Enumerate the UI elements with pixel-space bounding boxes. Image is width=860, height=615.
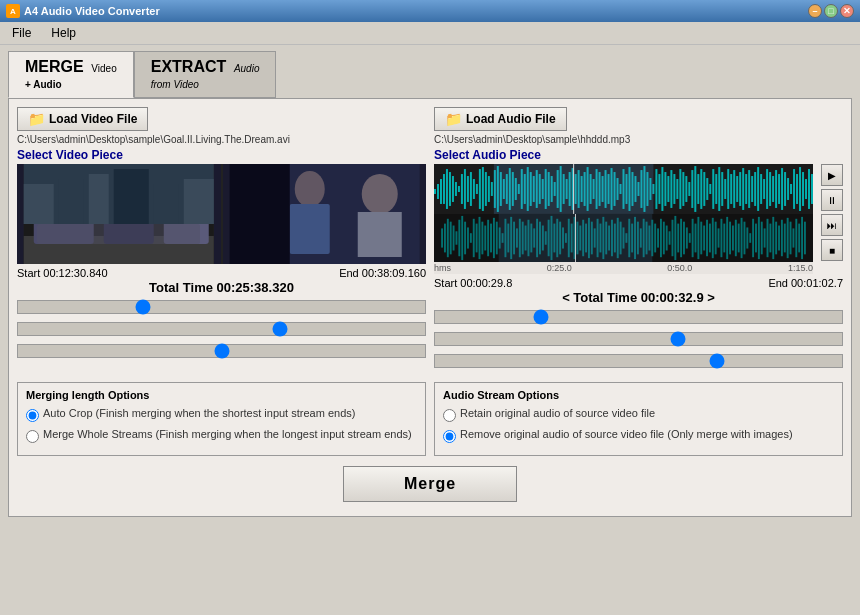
- audio-range-slider-1[interactable]: [434, 310, 843, 324]
- merging-radio-1[interactable]: [26, 409, 39, 422]
- svg-rect-102: [676, 179, 678, 199]
- video-scene-1-svg: [17, 164, 221, 264]
- audio-section: // We'll generate them inline in templat…: [434, 164, 843, 274]
- video-end-time: End 00:38:09.160: [339, 267, 426, 279]
- svg-rect-235: [686, 227, 688, 248]
- svg-rect-95: [655, 169, 657, 209]
- video-section-label: Select Video Piece: [17, 148, 426, 162]
- svg-rect-167: [490, 224, 492, 253]
- audio-slider-1[interactable]: [434, 308, 843, 327]
- menu-file[interactable]: File: [8, 24, 35, 42]
- svg-rect-164: [481, 222, 483, 255]
- svg-rect-231: [674, 216, 676, 260]
- tab-extract[interactable]: EXTRACT Audiofrom Video: [134, 51, 277, 98]
- load-audio-button[interactable]: 📁 Load Audio File: [434, 107, 567, 131]
- audio-radio-2[interactable]: [443, 430, 456, 443]
- svg-rect-38: [485, 172, 487, 206]
- video-range-slider-3[interactable]: [17, 344, 426, 358]
- audio-range-slider-3[interactable]: [434, 354, 843, 368]
- video-scene-2-svg: [223, 164, 427, 264]
- svg-rect-26: [449, 172, 451, 206]
- maximize-button[interactable]: □: [824, 4, 838, 18]
- audio-slider-3[interactable]: [434, 352, 843, 371]
- svg-rect-112: [706, 178, 708, 200]
- svg-rect-27: [452, 176, 454, 202]
- svg-rect-32: [467, 176, 469, 202]
- menu-help[interactable]: Help: [47, 24, 80, 42]
- video-frame-1: [17, 164, 221, 264]
- svg-rect-35: [476, 184, 478, 194]
- svg-rect-224: [654, 224, 656, 253]
- svg-rect-104: [682, 172, 684, 206]
- svg-rect-253: [738, 224, 740, 253]
- svg-rect-238: [695, 224, 697, 253]
- svg-rect-122: [736, 176, 738, 202]
- svg-rect-274: [798, 224, 800, 253]
- svg-rect-125: [745, 174, 747, 204]
- audio-time-range: Start 00:00:29.8 End 00:01:02.7: [434, 277, 843, 289]
- svg-rect-136: [778, 174, 780, 204]
- video-slider-3[interactable]: [17, 342, 426, 361]
- svg-rect-162: [476, 224, 478, 253]
- svg-rect-157: [461, 216, 463, 260]
- svg-rect-169: [496, 222, 498, 255]
- minimize-button[interactable]: –: [808, 4, 822, 18]
- svg-rect-132: [766, 169, 768, 209]
- svg-rect-140: [790, 184, 792, 194]
- svg-rect-107: [691, 170, 693, 208]
- audio-range-slider-2[interactable]: [434, 332, 843, 346]
- stop-button[interactable]: ■: [821, 239, 843, 261]
- video-slider-2[interactable]: [17, 320, 426, 339]
- svg-rect-241: [703, 226, 705, 251]
- svg-rect-9: [89, 174, 109, 224]
- menu-bar: File Help: [0, 22, 860, 45]
- svg-rect-272: [792, 228, 794, 247]
- app-icon: A: [6, 4, 20, 18]
- svg-rect-108: [694, 166, 696, 212]
- svg-rect-23: [440, 179, 442, 204]
- svg-rect-226: [660, 219, 662, 257]
- svg-rect-10: [114, 169, 149, 224]
- svg-rect-227: [663, 222, 665, 255]
- options-section: Merging length Options Auto Crop (Finish…: [17, 382, 843, 456]
- video-time-range: Start 00:12:30.840 End 00:38:09.160: [17, 267, 426, 279]
- load-video-button[interactable]: 📁 Load Video File: [17, 107, 148, 131]
- merge-button[interactable]: Merge: [343, 466, 517, 502]
- svg-rect-240: [700, 222, 702, 255]
- pause-button[interactable]: ⏸: [821, 189, 843, 211]
- audio-option-1-label: Retain original audio of source video fi…: [460, 407, 655, 419]
- audio-option-2: Remove original audio of source video fi…: [443, 428, 834, 443]
- step-button[interactable]: ⏭: [821, 214, 843, 236]
- merging-option-2: Merge Whole Streams (Finish merging when…: [26, 428, 417, 443]
- svg-rect-246: [718, 228, 720, 247]
- left-panel: 📁 Load Video File C:\Users\admin\Desktop…: [17, 107, 426, 374]
- svg-rect-160: [470, 233, 472, 243]
- merging-option-1-label: Auto Crop (Finish merging when the short…: [43, 407, 355, 419]
- audio-radio-1[interactable]: [443, 409, 456, 422]
- audio-slider-2[interactable]: [434, 330, 843, 349]
- tab-merge[interactable]: MERGE Video+ Audio: [8, 51, 134, 98]
- video-start-time: Start 00:12:30.840: [17, 267, 108, 279]
- svg-rect-134: [772, 176, 774, 202]
- merging-radio-2[interactable]: [26, 430, 39, 443]
- video-range-slider-1[interactable]: [17, 300, 426, 314]
- ruler-hms: hms: [434, 263, 451, 273]
- svg-rect-20: [289, 164, 419, 264]
- play-button[interactable]: ▶: [821, 164, 843, 186]
- svg-rect-251: [732, 226, 734, 251]
- video-range-slider-2[interactable]: [17, 322, 426, 336]
- window-controls[interactable]: – □ ✕: [808, 4, 854, 18]
- video-total-time: Total Time 00:25:38.320: [17, 280, 426, 295]
- svg-rect-129: [757, 167, 759, 211]
- svg-rect-257: [749, 233, 751, 243]
- video-icon: 📁: [28, 111, 45, 127]
- svg-rect-155: [456, 231, 458, 244]
- svg-rect-34: [473, 179, 475, 199]
- close-button[interactable]: ✕: [840, 4, 854, 18]
- video-slider-1[interactable]: [17, 298, 426, 317]
- svg-rect-236: [689, 233, 691, 243]
- svg-rect-24: [443, 174, 445, 204]
- transport-controls: ▶ ⏸ ⏭ ■: [821, 164, 843, 274]
- svg-rect-101: [673, 174, 675, 204]
- svg-rect-243: [709, 224, 711, 253]
